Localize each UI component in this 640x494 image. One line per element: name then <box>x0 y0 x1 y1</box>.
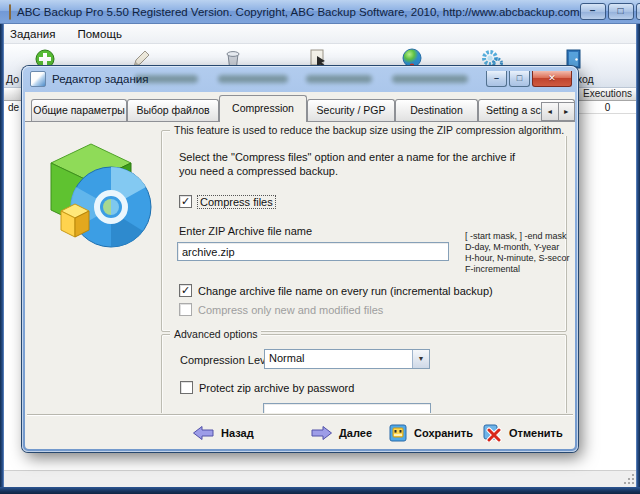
toolbar-add-label[interactable]: До <box>6 73 19 85</box>
mask-hint: [ -start mask, ] -end mask D-day, M-mont… <box>465 231 570 275</box>
checkbox-check-icon: ✓ <box>179 195 192 208</box>
compression-product-icon <box>35 133 157 253</box>
checkbox-empty <box>179 303 192 316</box>
protect-password-label: Protect zip archive by password <box>199 382 354 394</box>
combo-dropdown-icon[interactable]: ▼ <box>412 350 429 368</box>
glass-reflection <box>218 75 288 83</box>
window-border-bottom <box>0 487 640 494</box>
minimize-button[interactable]: – <box>580 3 606 20</box>
compress-files-checkbox[interactable]: ✓ Compress files <box>179 195 275 208</box>
only-new-label: Compress only new and modified files <box>198 304 383 316</box>
tab-compression[interactable]: Compression <box>219 95 307 122</box>
checkbox-check-icon: ✓ <box>179 284 192 297</box>
dialog-client-area: Общие параметры Выбор файлов Compression… <box>25 92 575 449</box>
mask-hint-line: D-day, M-month, Y-year <box>465 242 570 253</box>
checkbox-empty <box>180 381 193 394</box>
maximize-button[interactable]: □ <box>608 3 634 20</box>
intro-line-1: Select the "Compress files" option and e… <box>179 151 515 163</box>
compression-tab-page: This feature is used to reduce the backu… <box>25 121 575 413</box>
back-arrow-icon <box>193 426 214 440</box>
protect-password-checkbox[interactable]: Protect zip archive by password <box>180 381 354 394</box>
compression-level-select[interactable]: Normal ▼ <box>264 349 430 369</box>
dialog-title: Редактор задания <box>52 73 148 85</box>
dialog-close-button[interactable]: ✕ <box>532 71 572 87</box>
menubar: Задания Помощь <box>0 24 640 44</box>
glass-reflection <box>392 75 468 83</box>
tab-destination[interactable]: Destination <box>395 99 478 121</box>
zip-password-input[interactable] <box>263 403 431 413</box>
compression-level-value: Normal <box>265 350 412 368</box>
close-button[interactable]: ✕ <box>636 3 640 20</box>
dialog-icon <box>30 71 46 87</box>
compression-level-label: Compression Level <box>180 354 274 366</box>
dialog-minimize-button[interactable]: – <box>486 71 507 87</box>
save-floppy-icon <box>389 424 407 442</box>
change-name-checkbox[interactable]: ✓ Change archive file name on every run … <box>179 284 493 297</box>
save-button[interactable]: Сохранить <box>389 422 473 444</box>
button-separator <box>27 414 573 416</box>
dialog-maximize-button[interactable]: □ <box>509 71 530 87</box>
tab-scroll-right-icon[interactable]: ► <box>559 102 576 121</box>
archive-name-input[interactable] <box>177 242 449 261</box>
mask-hint-line: F-incremental <box>465 264 570 275</box>
statusbar <box>0 470 640 487</box>
next-arrow-icon <box>311 426 332 440</box>
task-name-cell: de <box>8 102 19 113</box>
main-titlebar: ABC Backup Pro 5.50 Registered Version. … <box>0 0 640 24</box>
change-name-label: Change archive file name on every run (i… <box>198 285 493 297</box>
mask-hint-line: H-hour, N-minute, S-secor <box>465 253 570 264</box>
tab-general[interactable]: Общие параметры <box>31 99 127 121</box>
cancel-icon <box>483 424 502 442</box>
executions-cell: 0 <box>578 102 636 114</box>
resize-grip[interactable] <box>623 473 635 485</box>
tab-file-select[interactable]: Выбор файлов <box>127 99 219 121</box>
intro-line-2: you need a compressed backup. <box>179 165 338 177</box>
app-icon <box>9 4 11 20</box>
tabstrip: Общие параметры Выбор файлов Compression… <box>25 94 575 121</box>
main-window-title: ABC Backup Pro 5.50 Registered Version. … <box>17 6 580 18</box>
archive-name-label: Enter ZIP Archive file name <box>179 225 312 237</box>
only-new-checkbox[interactable]: Compress only new and modified files <box>179 303 383 316</box>
window-border-left <box>0 24 4 494</box>
menu-help[interactable]: Помощь <box>77 28 121 40</box>
next-button[interactable]: Далее <box>311 422 372 444</box>
menu-tasks[interactable]: Задания <box>10 28 55 40</box>
glass-reflection <box>306 75 372 83</box>
compression-group: This feature is used to reduce the backu… <box>161 130 567 332</box>
cancel-button[interactable]: Отменить <box>483 422 563 444</box>
advanced-options-group: Advanced options Compression Level Norma… <box>161 334 567 413</box>
task-editor-dialog: Редактор задания – □ ✕ Общие параметры В… <box>22 66 578 452</box>
back-button[interactable]: Назад <box>193 422 254 444</box>
advanced-options-caption: Advanced options <box>170 328 261 340</box>
tab-security[interactable]: Security / PGP <box>307 99 395 121</box>
executions-column-header[interactable]: Executions <box>578 88 636 100</box>
compress-files-label: Compress files <box>198 196 275 208</box>
dialog-titlebar: Редактор задания – □ ✕ <box>22 66 578 92</box>
window-border-right <box>636 24 640 494</box>
compression-group-caption: This feature is used to reduce the backu… <box>170 124 568 136</box>
mask-hint-line: [ -start mask, ] -end mask <box>465 231 570 242</box>
tab-scroll-left-icon[interactable]: ◄ <box>541 102 559 121</box>
